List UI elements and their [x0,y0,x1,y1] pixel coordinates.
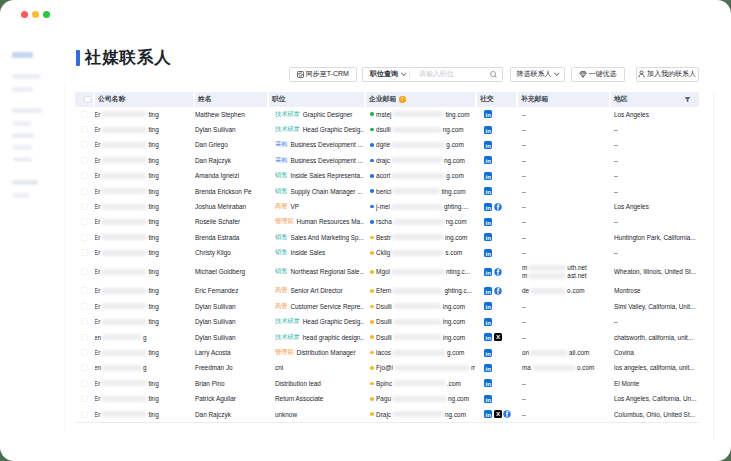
row-checkbox[interactable] [81,395,88,402]
linkedin-icon[interactable]: in [484,126,492,134]
company-suffix: ting [148,349,158,356]
row-checkbox[interactable] [81,188,88,195]
row-checkbox[interactable] [81,287,88,294]
row-checkbox[interactable] [81,126,88,133]
email-suffix: ghting.c... [444,287,472,294]
social-cell: in [477,314,516,329]
position-tag: 技术研发 [275,125,300,134]
contact-name: Dan Rajczyk [195,157,231,164]
email-suffix: ing.com [443,334,465,341]
linkedin-icon[interactable]: in [484,349,492,357]
close-window-button[interactable] [21,11,28,18]
row-checkbox[interactable] [81,380,88,387]
row-checkbox[interactable] [81,268,88,275]
filter-funnel-icon[interactable] [684,96,691,103]
linkedin-icon[interactable]: in [484,379,492,387]
supp-email-cell: onail.com [518,345,609,360]
linkedin-icon[interactable]: in [484,302,492,310]
select-all-checkbox[interactable] [84,96,91,103]
facebook-icon[interactable] [494,268,502,276]
linkedin-icon[interactable]: in [484,203,492,211]
minimize-window-button[interactable] [32,11,39,18]
row-checkbox[interactable] [81,203,88,210]
row-checkbox[interactable] [81,349,88,356]
row-checkbox-cell [75,214,93,229]
linkedin-icon[interactable]: in [484,141,492,149]
linkedin-icon[interactable]: in [484,249,492,257]
region-value: Covina [614,349,634,356]
row-checkbox[interactable] [81,172,88,179]
position-tag: 销售 [275,267,287,276]
email-redacted [392,411,444,417]
social-cell: in [477,184,516,199]
row-checkbox[interactable] [81,334,88,341]
app-window: 社媒联系人 同步至T-CRM 职位查询 请输入职位 筛选联系人 一键优选 加入我… [0,0,731,461]
linkedin-icon[interactable]: in [484,318,492,326]
company-suffix: ting [148,287,158,294]
supp-email-empty: – [522,126,526,133]
region-empty: – [614,188,618,195]
linkedin-icon[interactable]: in [484,364,492,372]
row-checkbox[interactable] [81,157,88,164]
linkedin-icon[interactable]: in [484,333,492,341]
row-checkbox[interactable] [81,141,88,148]
x-twitter-icon[interactable]: X [494,410,502,418]
linkedin-icon[interactable]: in [484,268,492,276]
row-checkbox[interactable] [81,303,88,310]
linkedin-icon[interactable]: in [484,287,492,295]
scrollbar-track[interactable] [713,92,714,440]
linkedin-icon[interactable]: in [484,110,492,118]
sidebar-item-active[interactable] [12,52,33,58]
email-suffix: g.com [446,172,463,179]
contact-name: Brenda Erickson Pe [195,188,251,195]
row-checkbox[interactable] [81,249,88,256]
email-info-icon[interactable]: ! [399,96,406,103]
name-cell: Dylan Sullivan [195,122,267,137]
contact-name: Dylan Sullivan [195,334,236,341]
filter-contacts-button[interactable]: 筛选联系人 [510,67,565,82]
row-checkbox[interactable] [81,111,88,118]
company-prefix: Er [95,349,100,356]
supp-email-empty: – [522,249,526,256]
position-query-dropdown[interactable]: 职位查询 [363,69,409,79]
contact-name: Brian Pino [195,380,225,387]
supp-email-empty: – [522,395,526,402]
position-title: Senior Art Director [290,287,342,294]
email-redacted [391,269,445,275]
supp-email-prefix: de [522,287,529,294]
sidebar-item[interactable] [12,87,33,92]
row-checkbox[interactable] [81,364,88,371]
company-suffix: ting [148,188,158,195]
sidebar-item[interactable] [12,74,40,79]
zoom-window-button[interactable] [43,11,50,18]
social-cell: in [477,360,516,375]
linkedin-icon[interactable]: in [484,395,492,403]
linkedin-icon[interactable]: in [484,187,492,195]
row-checkbox[interactable] [81,411,88,418]
linkedin-icon[interactable]: in [484,156,492,164]
row-checkbox[interactable] [81,234,88,241]
region-cell: Covina [611,345,699,360]
add-to-my-contacts-button[interactable]: 加入我的联系人 [636,67,699,82]
linkedin-icon[interactable]: in [484,218,492,226]
linkedin-icon[interactable]: in [484,172,492,180]
sync-to-tcrm-button[interactable]: 同步至T-CRM [289,67,357,82]
linkedin-icon[interactable]: in [484,410,492,418]
facebook-icon[interactable] [494,287,502,295]
row-checkbox[interactable] [81,318,88,325]
facebook-icon[interactable] [494,203,502,211]
one-key-optimize-button[interactable]: 一键优选 [571,67,625,82]
social-cell: in [477,391,516,406]
position-search-input[interactable]: 请输入职位 [410,69,490,79]
x-twitter-icon[interactable]: X [494,333,502,341]
facebook-icon[interactable] [503,410,511,418]
region-cell: Los Angeles [611,107,699,122]
region-value: Columbus, Ohio, United St... [614,411,695,418]
company-redacted [101,269,147,275]
search-icon[interactable] [490,71,496,77]
social-cell: in [477,107,516,122]
row-checkbox[interactable] [81,218,88,225]
supp-email-cell: mao.com [518,360,609,375]
supp-email-cell: deo.com [518,283,609,298]
linkedin-icon[interactable]: in [484,233,492,241]
